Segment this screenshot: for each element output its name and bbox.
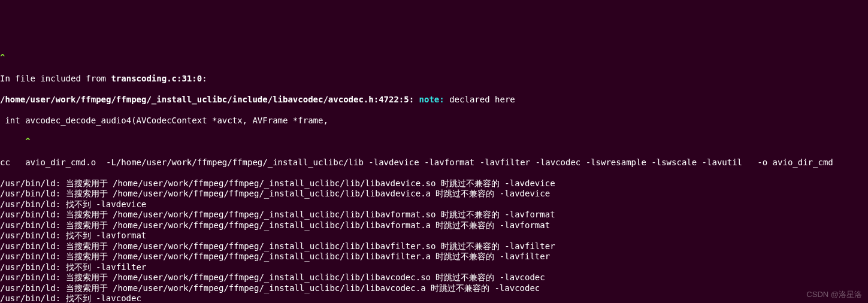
ld-line: /usr/bin/ld: 当搜索用于 /home/user/work/ffmpe… xyxy=(0,210,868,220)
header-location-line: /home/user/work/ffmpeg/ffmpeg/_install_u… xyxy=(0,95,868,105)
ld-line: /usr/bin/ld: 找不到 -lavfilter xyxy=(0,262,868,273)
note-text: declared here xyxy=(449,95,515,104)
ld-error-block: /usr/bin/ld: 当搜索用于 /home/user/work/ffmpe… xyxy=(0,178,868,304)
ld-line: /usr/bin/ld: 当搜索用于 /home/user/work/ffmpe… xyxy=(0,241,868,252)
included-file: transcoding.c:31:0 xyxy=(111,74,202,83)
included-from-line: In file included from transcoding.c:31:0… xyxy=(0,74,868,84)
cc-command-line: cc avio_dir_cmd.o -L/home/user/work/ffmp… xyxy=(0,157,868,168)
ld-line: /usr/bin/ld: 当搜索用于 /home/user/work/ffmpe… xyxy=(0,178,868,189)
ld-line: /usr/bin/ld: 找不到 -lavdevice xyxy=(0,199,868,210)
ld-line: /usr/bin/ld: 找不到 -lavcodec xyxy=(0,293,868,303)
ld-line: /usr/bin/ld: 当搜索用于 /home/user/work/ffmpe… xyxy=(0,252,868,262)
caret-marker-2: ^ xyxy=(0,137,868,147)
caret-marker: ^ xyxy=(0,53,868,63)
note-label: note: xyxy=(414,95,449,104)
ld-line: /usr/bin/ld: 当搜索用于 /home/user/work/ffmpe… xyxy=(0,283,868,294)
ld-line: /usr/bin/ld: 当搜索用于 /home/user/work/ffmpe… xyxy=(0,272,868,283)
terminal-output[interactable]: ^ In file included from transcoding.c:31… xyxy=(0,42,868,303)
decl-line: int avcodec_decode_audio4(AVCodecContext… xyxy=(0,116,868,126)
ld-line: /usr/bin/ld: 当搜索用于 /home/user/work/ffmpe… xyxy=(0,220,868,231)
included-prefix: In file included from xyxy=(0,74,111,83)
watermark-text: CSDN @洛星洛 xyxy=(806,290,862,299)
ld-line: /usr/bin/ld: 当搜索用于 /home/user/work/ffmpe… xyxy=(0,189,868,199)
ld-line: /usr/bin/ld: 找不到 -lavformat xyxy=(0,231,868,241)
header-path: /home/user/work/ffmpeg/ffmpeg/_install_u… xyxy=(0,95,414,104)
included-suffix: : xyxy=(202,74,207,83)
